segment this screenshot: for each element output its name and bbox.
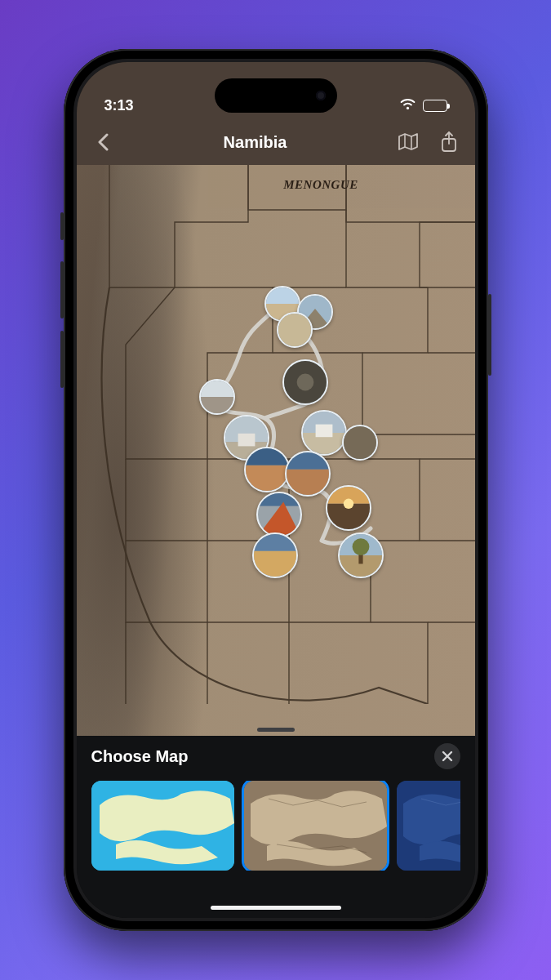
svg-rect-5 bbox=[278, 314, 311, 346]
close-button[interactable] bbox=[434, 743, 460, 769]
map-style-thumb-row bbox=[91, 781, 460, 871]
photo-pin[interactable] bbox=[256, 492, 302, 537]
back-button[interactable] bbox=[91, 131, 114, 154]
photo-pin[interactable] bbox=[244, 447, 290, 492]
photo-pin[interactable] bbox=[338, 532, 384, 578]
mute-switch bbox=[60, 212, 64, 240]
device-screen: 3:13 Namibia bbox=[77, 62, 475, 918]
photo-pin[interactable] bbox=[199, 379, 235, 415]
volume-up-button bbox=[60, 261, 64, 318]
front-camera bbox=[316, 91, 326, 100]
map-style-button[interactable] bbox=[397, 131, 420, 154]
power-button bbox=[488, 294, 491, 376]
svg-rect-12 bbox=[238, 434, 255, 447]
map-style-sheet: Choose Map bbox=[77, 736, 475, 918]
svg-rect-16 bbox=[344, 426, 376, 459]
svg-rect-1 bbox=[266, 287, 299, 304]
photo-pin[interactable] bbox=[301, 410, 347, 456]
navigation-bar: Namibia bbox=[77, 119, 475, 165]
photo-pin[interactable] bbox=[285, 451, 331, 497]
svg-rect-8 bbox=[201, 381, 233, 397]
map-style-option-light[interactable] bbox=[91, 781, 234, 871]
svg-point-7 bbox=[296, 374, 313, 391]
svg-point-25 bbox=[343, 499, 353, 509]
dynamic-island bbox=[215, 78, 337, 113]
map-canvas[interactable]: MENONGUE bbox=[77, 165, 475, 736]
svg-marker-22 bbox=[258, 501, 300, 536]
photo-pin[interactable] bbox=[282, 359, 328, 405]
home-indicator[interactable] bbox=[211, 906, 341, 910]
photo-pin[interactable] bbox=[252, 532, 298, 578]
status-right-cluster bbox=[399, 97, 447, 114]
sheet-title: Choose Map bbox=[91, 747, 189, 766]
sheet-grabber[interactable] bbox=[257, 728, 295, 732]
svg-rect-18 bbox=[246, 466, 288, 491]
page-title: Namibia bbox=[224, 133, 287, 152]
svg-rect-27 bbox=[254, 551, 296, 577]
map-style-option-sepia[interactable] bbox=[244, 781, 387, 871]
volume-down-button bbox=[60, 331, 64, 388]
battery-icon bbox=[423, 100, 447, 112]
status-time: 3:13 bbox=[104, 97, 134, 114]
photo-pin[interactable] bbox=[277, 312, 313, 348]
svg-rect-20 bbox=[287, 470, 329, 495]
photo-pin[interactable] bbox=[342, 425, 378, 461]
trip-route bbox=[77, 165, 475, 704]
photo-pin[interactable] bbox=[326, 485, 371, 531]
share-button[interactable] bbox=[438, 131, 460, 154]
svg-point-31 bbox=[352, 538, 369, 555]
svg-rect-9 bbox=[201, 397, 233, 413]
map-style-option-dark[interactable] bbox=[397, 781, 460, 871]
phone-mockup-frame: 3:13 Namibia bbox=[64, 49, 488, 931]
svg-rect-15 bbox=[315, 425, 332, 438]
wifi-icon bbox=[399, 97, 416, 114]
